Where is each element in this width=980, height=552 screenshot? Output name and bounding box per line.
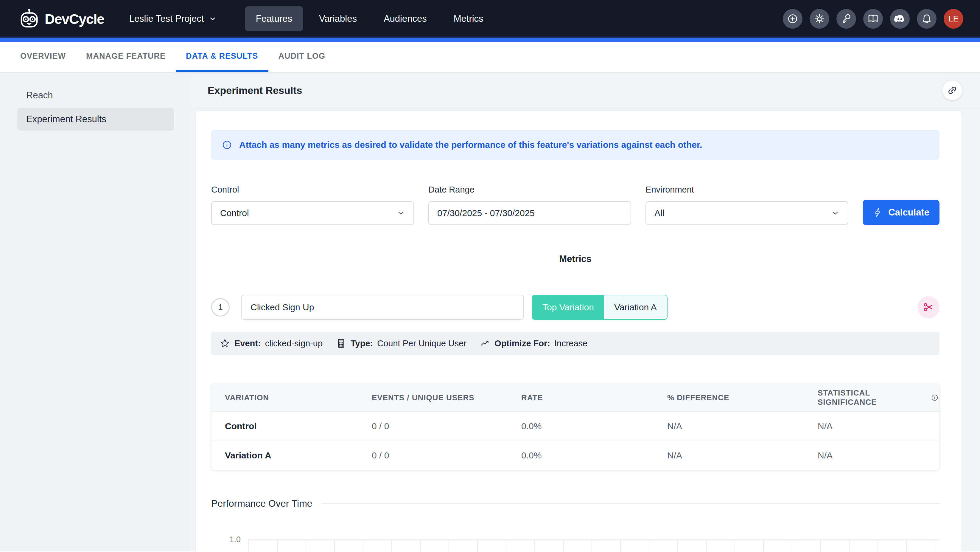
y-tick-1-0: 1.0 — [216, 535, 241, 544]
performance-section-header: Performance Over Time — [211, 498, 940, 509]
environment-select[interactable]: All — [646, 201, 848, 225]
divider-line — [211, 259, 551, 259]
tab-audit-log[interactable]: AUDIT LOG — [268, 42, 336, 72]
metric-index-badge: 1 — [211, 298, 230, 316]
project-selector[interactable]: Leslie Test Project — [129, 13, 216, 24]
event-value: clicked-sign-up — [265, 338, 323, 348]
link-icon — [947, 85, 958, 96]
col-events-unique-users: EVENTS / UNIQUE USERS — [372, 393, 521, 402]
metric-detail-bar: Event: clicked-sign-up Type: Count Per U… — [211, 332, 940, 355]
star-icon — [220, 338, 230, 349]
row-significance: N/A — [818, 450, 939, 461]
copy-link-button[interactable] — [942, 80, 962, 100]
divider-line — [600, 259, 940, 259]
date-range-input[interactable] — [428, 201, 631, 225]
info-banner: Attach as many metrics as desired to val… — [211, 130, 940, 160]
row-events: 0 / 0 — [372, 421, 521, 431]
metric-name-input[interactable] — [241, 295, 524, 320]
metric-row: 1 Top Variation Variation A — [211, 295, 940, 320]
chevron-down-icon — [397, 209, 405, 217]
tab-overview[interactable]: OVERVIEW — [10, 42, 76, 72]
chart-plot-area: 1.0 0.9 — [248, 539, 940, 551]
row-rate: 0.0% — [521, 450, 667, 461]
row-events: 0 / 0 — [372, 450, 521, 461]
gridline-1-0 — [248, 539, 940, 540]
settings-button[interactable] — [810, 9, 829, 29]
devcycle-robot-icon — [19, 8, 40, 30]
accent-bar — [0, 38, 980, 42]
sidebar-item-reach[interactable]: Reach — [17, 84, 174, 107]
row-difference: N/A — [667, 421, 818, 431]
avatar[interactable]: LE — [943, 9, 963, 29]
col-rate: RATE — [521, 393, 667, 402]
event-label: Event: — [234, 338, 261, 348]
calculator-icon — [336, 338, 347, 349]
top-navbar: DevCycle Leslie Test Project Features Va… — [0, 0, 980, 38]
discord-button[interactable] — [890, 9, 910, 29]
docs-button[interactable] — [863, 9, 883, 29]
event-group: Event: clicked-sign-up — [220, 338, 323, 349]
control-field: Control Control — [211, 185, 414, 225]
main-panel: Experiment Results Attach a — [191, 73, 980, 551]
primary-nav: Features Variables Audiences Metrics — [245, 6, 494, 31]
col-statistical-significance: STATISTICAL SIGNIFICANCE — [818, 388, 939, 407]
notifications-button[interactable] — [917, 9, 937, 29]
main-header: Experiment Results — [191, 73, 980, 108]
api-keys-button[interactable] — [837, 9, 856, 29]
brand-name: DevCycle — [45, 11, 104, 27]
nav-item-metrics[interactable]: Metrics — [443, 6, 494, 31]
row-variation-name: Control — [225, 421, 372, 431]
optimize-label: Optimize For: — [495, 338, 550, 348]
discord-icon — [893, 12, 907, 26]
date-range-field: Date Range — [428, 185, 631, 225]
info-banner-text: Attach as many metrics as desired to val… — [239, 140, 702, 150]
devcycle-logo[interactable]: DevCycle — [19, 8, 104, 30]
tab-data-results[interactable]: DATA & RESULTS — [176, 42, 268, 72]
gear-icon — [813, 13, 826, 25]
row-variation-name: Variation A — [225, 450, 372, 461]
info-icon[interactable] — [930, 393, 939, 402]
navbar-actions: LE — [783, 9, 963, 29]
metrics-divider: Metrics — [211, 254, 940, 264]
table-row: Control 0 / 0 0.0% N/A N/A — [212, 411, 939, 440]
chevron-down-icon — [831, 209, 839, 217]
metrics-divider-label: Metrics — [559, 254, 592, 264]
type-group: Type: Count Per Unique User — [336, 338, 466, 349]
nav-item-variables[interactable]: Variables — [308, 6, 368, 31]
filters-row: Control Control Date Range Environment — [211, 185, 940, 225]
scissors-icon — [923, 302, 934, 313]
type-value: Count Per Unique User — [377, 338, 466, 348]
col-percent-difference: % DIFFERENCE — [667, 393, 818, 402]
row-significance: N/A — [818, 421, 939, 431]
tab-manage-feature[interactable]: MANAGE FEATURE — [76, 42, 176, 72]
add-icon — [786, 13, 799, 25]
info-circle-icon — [221, 139, 233, 150]
bell-icon — [920, 13, 933, 25]
detach-metric-button[interactable] — [918, 296, 940, 318]
environment-select-value: All — [654, 208, 664, 218]
results-sidebar: Reach Experiment Results — [0, 73, 191, 551]
environment-field: Environment All — [646, 185, 848, 225]
calculate-button[interactable]: Calculate — [863, 200, 940, 225]
performance-title: Performance Over Time — [211, 498, 312, 509]
toggle-top-variation[interactable]: Top Variation — [532, 295, 604, 319]
type-label: Type: — [351, 338, 373, 348]
page-title: Experiment Results — [208, 85, 302, 96]
nav-item-features[interactable]: Features — [245, 6, 303, 31]
add-button[interactable] — [783, 9, 802, 29]
nav-item-audiences[interactable]: Audiences — [373, 6, 438, 31]
row-rate: 0.0% — [521, 421, 667, 431]
trend-up-icon — [480, 338, 490, 349]
calculate-button-label: Calculate — [888, 207, 929, 218]
row-difference: N/A — [667, 450, 818, 461]
project-selector-label: Leslie Test Project — [129, 13, 204, 24]
optimize-group: Optimize For: Increase — [480, 338, 587, 349]
col-variation: VARIATION — [225, 393, 372, 402]
divider-line — [321, 503, 940, 504]
toggle-variation-a[interactable]: Variation A — [604, 295, 667, 319]
sidebar-item-experiment-results[interactable]: Experiment Results — [17, 108, 174, 131]
control-select[interactable]: Control — [211, 201, 414, 225]
content-area: Reach Experiment Results Experiment Resu… — [0, 73, 980, 551]
docs-book-icon — [867, 13, 879, 25]
control-label: Control — [211, 185, 414, 195]
